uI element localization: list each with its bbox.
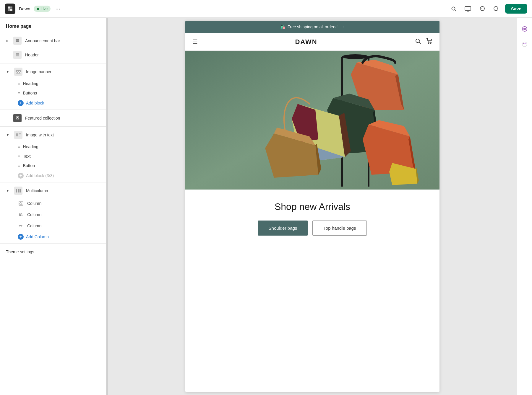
image-with-text-label: Image with text	[26, 133, 54, 137]
theme-name: Dawn	[19, 6, 30, 11]
featured-collection-label: Featured collection	[25, 116, 60, 120]
chevron-right-icon: ▶	[6, 39, 9, 43]
multicolumn-section: Shop new Arrivals Shoulder bags Top hand…	[185, 190, 439, 243]
section-title: Shop new Arrivals	[192, 201, 432, 212]
svg-point-29	[416, 39, 419, 43]
announcement-bar-icon	[13, 37, 22, 45]
store-name: DAWN	[295, 38, 317, 46]
svg-rect-20	[19, 133, 21, 134]
column2-label: Column	[27, 212, 41, 217]
svg-rect-25	[20, 189, 21, 192]
svg-rect-18	[17, 118, 18, 119]
add-block-label: Add block	[26, 101, 44, 105]
image-with-text-icon	[14, 131, 22, 139]
sidebar-child-text[interactable]: ≡ Text	[0, 151, 106, 161]
svg-rect-22	[19, 136, 20, 136]
add-block-limited-button: + Add block (3/3)	[0, 170, 106, 181]
featured-collection-icon	[13, 114, 22, 122]
lines-icon: ≡	[18, 81, 20, 86]
save-button[interactable]: Save	[505, 4, 527, 14]
svg-line-30	[419, 42, 421, 44]
desktop-button[interactable]	[463, 4, 473, 14]
undo-button[interactable]	[477, 4, 487, 14]
heading-label: Heading	[23, 81, 38, 86]
divider-2	[0, 110, 106, 110]
live-badge: Live	[34, 6, 51, 12]
sidebar-child-buttons[interactable]: ≡ Buttons	[0, 88, 106, 98]
announcement-bar-label: Announcement bar	[25, 38, 60, 43]
svg-rect-12	[16, 53, 19, 54]
search-button[interactable]	[448, 4, 459, 14]
more-button[interactable]: ···	[55, 5, 60, 12]
svg-point-4	[452, 7, 455, 10]
multicolumn-label: Multicolumn	[26, 188, 48, 193]
hamburger-icon[interactable]: ☰	[192, 38, 198, 45]
bag-illustration	[185, 51, 439, 190]
sidebar-item-image-banner[interactable]: ▼ Image banner	[0, 65, 106, 79]
add-block-button[interactable]: + Add block	[0, 98, 106, 108]
sidebar-item-featured-collection[interactable]: ▶ Featured collection	[0, 111, 106, 125]
column1-label: Column	[27, 201, 41, 206]
store-cart-icon[interactable]	[426, 38, 432, 46]
lines-icon-5: ≡	[18, 164, 20, 168]
svg-rect-23	[16, 189, 17, 192]
redo-button[interactable]	[491, 4, 502, 14]
svg-point-58	[522, 42, 527, 47]
button-row: Shoulder bags Top handle bags	[192, 221, 432, 236]
image-banner-icon	[14, 68, 22, 76]
svg-line-5	[455, 10, 456, 11]
svg-rect-10	[16, 40, 19, 41]
svg-rect-11	[16, 41, 19, 42]
sidebar-child-column-1[interactable]: Column	[0, 198, 106, 209]
shoulder-bags-button[interactable]: Shoulder bags	[258, 221, 308, 236]
theme-settings[interactable]: Theme settings	[0, 245, 106, 259]
divider-4	[0, 182, 106, 182]
sidebar-item-announcement-bar[interactable]: ▶ Announcement bar	[0, 34, 106, 48]
main-layout: Home page ▶ Announcement bar ▶	[0, 18, 532, 395]
hero-image	[185, 51, 439, 190]
sidebar-child-column-2[interactable]: IG Column	[0, 209, 106, 220]
sidebar-child-heading[interactable]: ≡ Heading	[0, 79, 106, 88]
live-label: Live	[40, 6, 48, 11]
sidebar-child-heading-2[interactable]: ≡ Heading	[0, 142, 106, 151]
sidebar-item-header[interactable]: ▶ Header	[0, 48, 106, 62]
sidebar-child-column-3[interactable]: ⌤ Column	[0, 220, 106, 231]
multicolumn-icon	[14, 187, 22, 195]
svg-rect-24	[18, 189, 19, 192]
column3-icon: ⌤	[18, 223, 24, 229]
right-panel-icon-1[interactable]	[519, 24, 530, 34]
store-search-icon[interactable]	[415, 38, 421, 46]
sidebar-item-multicolumn[interactable]: ▼ Multicolumn	[0, 184, 106, 198]
svg-point-31	[428, 42, 429, 43]
svg-rect-3	[10, 9, 12, 11]
svg-point-36	[342, 54, 369, 59]
svg-rect-6	[465, 6, 471, 10]
add-column-button[interactable]: + Add Column	[0, 231, 106, 242]
svg-rect-0	[8, 6, 10, 9]
button-label: Button	[23, 163, 35, 168]
svg-rect-19	[16, 133, 18, 136]
announcement-emoji: 🛍️	[280, 25, 285, 29]
svg-point-32	[430, 42, 431, 43]
svg-rect-9	[16, 39, 19, 40]
top-bar: Dawn Live ··· Save	[0, 0, 532, 18]
divider-5	[0, 243, 106, 244]
sidebar: Home page ▶ Announcement bar ▶	[0, 18, 106, 395]
app-logo	[5, 4, 15, 14]
svg-rect-21	[19, 135, 21, 135]
svg-point-16	[17, 71, 18, 72]
top-handle-bags-button[interactable]: Top handle bags	[312, 221, 367, 236]
lines-icon-3: ≡	[18, 145, 20, 149]
store-preview: 🛍️ Free shipping on all orders! → ☰ DAWN	[185, 21, 439, 392]
sidebar-child-button[interactable]: ≡ Button	[0, 161, 106, 170]
chevron-down-icon-3: ▼	[6, 189, 9, 193]
plus-icon-2: +	[18, 173, 24, 179]
sidebar-item-image-with-text[interactable]: ▼ Image with text	[0, 128, 106, 142]
page-title: Home page	[0, 24, 106, 34]
right-panel-icon-2[interactable]	[519, 39, 530, 50]
svg-rect-13	[16, 55, 19, 56]
heading-2-label: Heading	[23, 144, 38, 149]
column3-label: Column	[27, 223, 41, 228]
divider-1	[0, 63, 106, 63]
text-label: Text	[23, 154, 31, 159]
